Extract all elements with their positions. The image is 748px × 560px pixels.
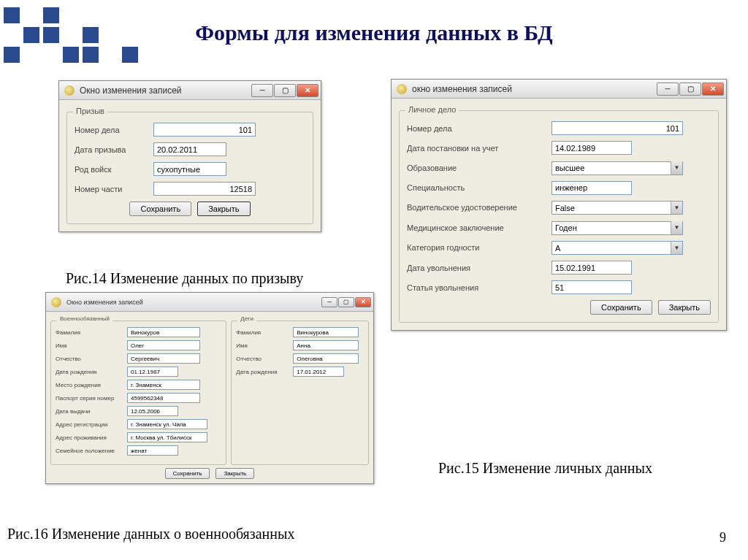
education-select[interactable]: [552, 161, 683, 175]
window-military-person-edit: Окно изменения записей ─ ▢ ✕ Военнообяза…: [45, 292, 374, 484]
case-no-label: Номер дела: [407, 124, 546, 133]
unit-no-input[interactable]: [153, 182, 256, 196]
save-button[interactable]: Сохранить: [129, 202, 191, 216]
surname-label: Фамилия: [56, 329, 121, 336]
name-label: Имя: [56, 342, 121, 349]
child-surname-label: Фамилия: [236, 329, 287, 336]
discharge-date-label: Дата увольнения: [407, 264, 546, 272]
case-no-input[interactable]: [153, 123, 256, 137]
save-button[interactable]: Сохранить: [590, 300, 652, 315]
name-input[interactable]: [127, 340, 200, 350]
troop-type-input[interactable]: [153, 162, 226, 176]
maximize-button[interactable]: ▢: [679, 83, 701, 96]
passport-input[interactable]: [127, 393, 200, 403]
child-name-label: Имя: [236, 342, 287, 349]
groupbox-label: Военнообязанный: [57, 315, 112, 322]
chevron-down-icon[interactable]: ▼: [671, 221, 682, 234]
birthplace-input[interactable]: [127, 380, 200, 390]
close-form-button[interactable]: Закрыть: [215, 468, 254, 479]
figure-14-caption: Рис.14 Изменение данных по призыву: [66, 270, 303, 287]
minimize-button[interactable]: ─: [657, 83, 679, 96]
dob-label: Дата рождения: [56, 369, 121, 375]
app-icon: [64, 85, 75, 96]
chevron-down-icon[interactable]: ▼: [671, 161, 682, 174]
birthplace-label: Место рождения: [56, 382, 121, 388]
category-label: Категория годности: [407, 243, 546, 252]
child-dob-label: Дата рождения: [236, 369, 287, 375]
close-form-button[interactable]: Закрыть: [658, 300, 711, 315]
titlebar[interactable]: Окно изменения записей ─ ▢ ✕: [59, 81, 321, 100]
live-addr-input[interactable]: [127, 432, 207, 442]
figure-15-caption: Рис.15 Изменение личных данных: [438, 460, 652, 477]
groupbox-label: Личное дело: [405, 105, 459, 114]
dob-input[interactable]: [127, 367, 178, 377]
speciality-label: Специальность: [407, 183, 546, 192]
close-button[interactable]: ✕: [702, 83, 724, 96]
live-addr-label: Адрес проживания: [56, 434, 121, 441]
education-label: Образование: [407, 164, 546, 172]
speciality-input[interactable]: [552, 181, 632, 195]
patronymic-input[interactable]: [127, 353, 200, 364]
unit-no-label: Номер части: [75, 185, 148, 193]
chevron-down-icon[interactable]: ▼: [671, 202, 682, 215]
groupbox-label: Призыв: [73, 107, 107, 115]
reg-date-input[interactable]: [552, 141, 632, 155]
window-title: Окно изменения записей: [80, 85, 246, 96]
draft-date-label: Дата призыва: [75, 145, 148, 154]
driver-license-label: Водительское удостоверение: [407, 203, 546, 212]
issue-date-label: Дата выдачи: [56, 408, 121, 415]
marital-input[interactable]: [127, 445, 178, 456]
surname-input[interactable]: [127, 327, 200, 337]
child-patronymic-input[interactable]: [293, 353, 359, 364]
close-button[interactable]: ✕: [355, 297, 371, 307]
marital-label: Семейное положение: [56, 448, 121, 454]
window-personal-file-edit: окно изменения записей ─ ▢ ✕ Личное дело…: [391, 79, 727, 331]
case-no-label: Номер дела: [75, 126, 148, 134]
patronymic-label: Отчество: [56, 356, 121, 362]
app-icon: [396, 83, 408, 95]
slide-title: Формы для изменения данных в БД: [0, 20, 748, 45]
window-title: окно изменения записей: [412, 84, 652, 94]
titlebar[interactable]: Окно изменения записей ─ ▢ ✕: [46, 293, 373, 312]
figure-16-caption: Рис.16 Изменение данных о военнообязанны…: [7, 526, 294, 542]
child-surname-input[interactable]: [293, 327, 359, 337]
medical-select[interactable]: [552, 221, 683, 235]
child-patronymic-label: Отчество: [236, 356, 287, 362]
chevron-down-icon[interactable]: ▼: [671, 242, 682, 255]
page-number: 9: [720, 530, 726, 545]
maximize-button[interactable]: ▢: [274, 84, 296, 97]
child-dob-input[interactable]: [293, 367, 344, 377]
groupbox-label: Дети: [237, 315, 256, 322]
close-form-button[interactable]: Закрыть: [197, 202, 250, 216]
app-icon: [50, 296, 62, 308]
child-name-input[interactable]: [293, 340, 359, 350]
window-title: Окно изменения записей: [66, 299, 316, 306]
minimize-button[interactable]: ─: [251, 84, 273, 97]
minimize-button[interactable]: ─: [321, 297, 337, 307]
reg-addr-label: Адрес регистрации: [56, 421, 121, 428]
reg-addr-input[interactable]: [127, 419, 207, 429]
medical-label: Медицинское заключение: [407, 223, 546, 232]
reg-date-label: Дата постановки на учет: [407, 144, 546, 153]
close-button[interactable]: ✕: [297, 84, 318, 97]
discharge-article-input[interactable]: [552, 280, 632, 294]
troop-type-label: Род войск: [75, 165, 148, 174]
discharge-date-input[interactable]: [552, 261, 632, 275]
save-button[interactable]: Сохранить: [165, 468, 210, 479]
draft-date-input[interactable]: [153, 142, 226, 156]
maximize-button[interactable]: ▢: [338, 297, 354, 307]
case-no-input[interactable]: [552, 121, 683, 135]
titlebar[interactable]: окно изменения записей ─ ▢ ✕: [392, 80, 726, 99]
driver-license-select[interactable]: [552, 201, 683, 215]
discharge-article-label: Статья увольнения: [407, 283, 546, 292]
window-draft-edit: Окно изменения записей ─ ▢ ✕ Призыв Номе…: [58, 80, 321, 232]
category-select[interactable]: [552, 241, 683, 255]
issue-date-input[interactable]: [127, 406, 178, 416]
passport-label: Паспорт серия номер: [56, 395, 121, 402]
